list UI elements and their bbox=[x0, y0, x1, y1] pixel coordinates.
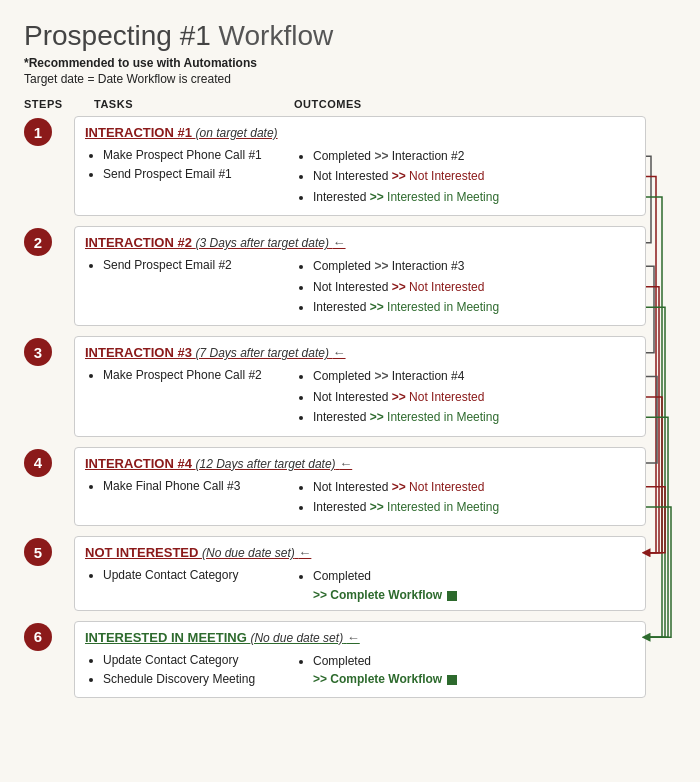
outcome-item: Completed bbox=[313, 566, 635, 586]
step-row-1: 1INTERACTION #1 (on target date)Make Pro… bbox=[24, 116, 646, 226]
col-header-steps: STEPS bbox=[24, 98, 94, 110]
outcomes-col-1: Completed >> Interaction #2Not Intereste… bbox=[285, 146, 635, 207]
complete-workflow-label: >> Complete Workflow bbox=[295, 587, 635, 602]
task-item: Send Prospect Email #2 bbox=[103, 256, 285, 275]
step-row-4: 4INTERACTION #4 (12 Days after target da… bbox=[24, 447, 646, 537]
outcomes-col-6: Completed>> Complete Workflow bbox=[285, 651, 635, 689]
task-item: Make Prospect Phone Call #1 bbox=[103, 146, 285, 165]
step-circle-6: 6 bbox=[24, 623, 52, 651]
outcome-item: Interested >> Interested in Meeting bbox=[313, 187, 635, 207]
outcome-item: Interested >> Interested in Meeting bbox=[313, 407, 635, 427]
outcome-item: Completed >> Interaction #3 bbox=[313, 256, 635, 276]
col-header-tasks: TASKS bbox=[94, 98, 294, 110]
outcomes-col-3: Completed >> Interaction #4Not Intereste… bbox=[285, 366, 635, 427]
outcome-item: Completed >> Interaction #4 bbox=[313, 366, 635, 386]
step-header-1: INTERACTION #1 (on target date) bbox=[85, 125, 635, 140]
step-row-6: 6INTERESTED IN MEETING (No due date set)… bbox=[24, 621, 646, 708]
step-content-5: NOT INTERESTED (No due date set) ←Update… bbox=[74, 536, 646, 610]
outcome-item: Interested >> Interested in Meeting bbox=[313, 497, 635, 517]
outcomes-col-2: Completed >> Interaction #3Not Intereste… bbox=[285, 256, 635, 317]
task-item: Make Final Phone Call #3 bbox=[103, 477, 285, 496]
step-header-5: NOT INTERESTED (No due date set) ← bbox=[85, 545, 635, 560]
step-row-2: 2INTERACTION #2 (3 Days after target dat… bbox=[24, 226, 646, 336]
outcome-item: Not Interested >> Not Interested bbox=[313, 477, 635, 497]
step-content-3: INTERACTION #3 (7 Days after target date… bbox=[74, 336, 646, 436]
task-item: Schedule Discovery Meeting bbox=[103, 670, 285, 689]
subtitle: *Recommended to use with Automations Tar… bbox=[24, 56, 676, 86]
step-content-6: INTERESTED IN MEETING (No due date set) … bbox=[74, 621, 646, 698]
step-header-2: INTERACTION #2 (3 Days after target date… bbox=[85, 235, 635, 250]
step-row-5: 5NOT INTERESTED (No due date set) ←Updat… bbox=[24, 536, 646, 620]
step-circle-4: 4 bbox=[24, 449, 52, 477]
step-circle-1: 1 bbox=[24, 118, 52, 146]
outcome-item: Completed >> Interaction #2 bbox=[313, 146, 635, 166]
step-circle-2: 2 bbox=[24, 228, 52, 256]
outcome-item: Interested >> Interested in Meeting bbox=[313, 297, 635, 317]
step-header-6: INTERESTED IN MEETING (No due date set) … bbox=[85, 630, 635, 645]
outcome-item: Not Interested >> Not Interested bbox=[313, 277, 635, 297]
outcomes-col-5: Completed>> Complete Workflow bbox=[285, 566, 635, 601]
workflow-container: 1INTERACTION #1 (on target date)Make Pro… bbox=[24, 116, 676, 708]
step-circle-3: 3 bbox=[24, 338, 52, 366]
step-row-3: 3INTERACTION #3 (7 Days after target dat… bbox=[24, 336, 646, 446]
outcome-item: Not Interested >> Not Interested bbox=[313, 387, 635, 407]
task-item: Update Contact Category bbox=[103, 566, 285, 585]
step-content-2: INTERACTION #2 (3 Days after target date… bbox=[74, 226, 646, 326]
step-header-3: INTERACTION #3 (7 Days after target date… bbox=[85, 345, 635, 360]
col-header-outcomes: OUTCOMES bbox=[294, 98, 362, 110]
complete-workflow-label: >> Complete Workflow bbox=[295, 671, 635, 686]
task-item: Update Contact Category bbox=[103, 651, 285, 670]
task-item: Make Prospect Phone Call #2 bbox=[103, 366, 285, 385]
step-content-1: INTERACTION #1 (on target date)Make Pros… bbox=[74, 116, 646, 216]
outcome-item: Not Interested >> Not Interested bbox=[313, 166, 635, 186]
step-header-4: INTERACTION #4 (12 Days after target dat… bbox=[85, 456, 635, 471]
page-title: Prospecting #1 Workflow bbox=[24, 20, 676, 52]
outcomes-col-4: Not Interested >> Not InterestedInterest… bbox=[285, 477, 635, 518]
step-circle-5: 5 bbox=[24, 538, 52, 566]
step-content-4: INTERACTION #4 (12 Days after target dat… bbox=[74, 447, 646, 527]
outcome-item: Completed bbox=[313, 651, 635, 671]
task-item: Send Prospect Email #1 bbox=[103, 165, 285, 184]
